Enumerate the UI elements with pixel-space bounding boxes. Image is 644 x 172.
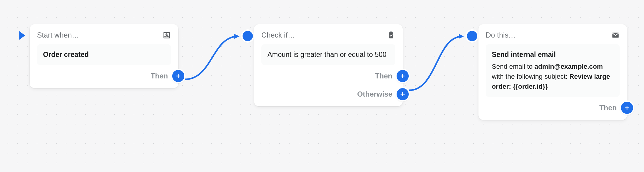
- add-step-button[interactable]: [621, 102, 633, 114]
- outlet-label-then: Then: [599, 104, 617, 112]
- card-header-title: Check if…: [261, 31, 295, 39]
- trigger-card[interactable]: Start when… Order created Then: [30, 24, 178, 88]
- add-step-button-then[interactable]: [397, 70, 409, 82]
- add-step-button[interactable]: [172, 70, 184, 82]
- trigger-body: Order created: [37, 44, 171, 65]
- outlet-label-otherwise: Otherwise: [357, 90, 392, 98]
- connector-arrow: [185, 33, 249, 88]
- svg-rect-0: [389, 32, 393, 38]
- action-description: Send email to admin@example.com with the…: [492, 61, 614, 91]
- action-card[interactable]: Do this… Send internal email Send email …: [478, 24, 627, 120]
- outlet-row: Otherwise: [261, 88, 409, 100]
- outlet-label-then: Then: [151, 72, 168, 80]
- outlet-row: Then: [37, 70, 184, 82]
- connector-arrow: [409, 33, 473, 100]
- outlet-row: Then: [261, 70, 409, 82]
- condition-body: Amount is greater than or equal to 500: [261, 44, 395, 65]
- add-step-button-otherwise[interactable]: [397, 88, 409, 100]
- action-title: Send internal email: [492, 50, 614, 60]
- card-header-title: Start when…: [37, 31, 79, 39]
- outlet-label-then: Then: [375, 72, 392, 80]
- outlet-row: Then: [486, 102, 633, 114]
- action-body: Send internal email Send email to admin@…: [486, 44, 620, 97]
- inbox-download-icon: [163, 31, 171, 39]
- start-flag-icon: [18, 30, 27, 42]
- entry-dot: [467, 31, 477, 41]
- clipboard-check-icon: [387, 31, 395, 39]
- condition-card[interactable]: Check if… Amount is greater than or equa…: [254, 24, 403, 106]
- svg-rect-1: [390, 31, 392, 33]
- action-email: admin@example.com: [535, 63, 603, 70]
- entry-dot: [243, 31, 253, 41]
- card-header-title: Do this…: [486, 31, 516, 39]
- mail-icon: [611, 31, 620, 39]
